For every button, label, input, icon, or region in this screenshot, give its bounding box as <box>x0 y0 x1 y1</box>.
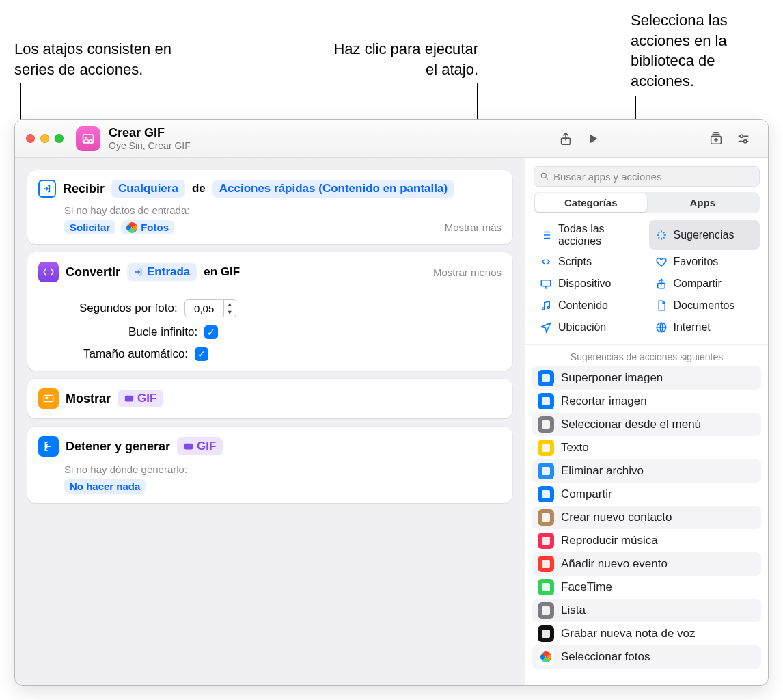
action-stop[interactable]: Detener y generar GIF Si no hay dónde ge… <box>27 427 512 503</box>
app-icon <box>542 490 550 498</box>
category-item[interactable]: Dispositivo <box>534 274 645 293</box>
library-toggle-button[interactable] <box>702 125 730 152</box>
svg-point-5 <box>744 139 747 142</box>
suggestion-item[interactable]: Texto <box>532 436 761 459</box>
app-icon <box>542 513 550 522</box>
autosize-checkbox[interactable]: ✓ <box>195 347 208 361</box>
category-item[interactable]: Documentos <box>649 296 760 315</box>
library-segmented-control[interactable]: Categorías Apps <box>534 192 760 213</box>
category-item[interactable]: Todas las acciones <box>534 220 645 250</box>
receive-any-pill[interactable]: Cualquiera <box>111 180 185 198</box>
category-item[interactable]: Ubicación <box>534 318 645 337</box>
share-button[interactable] <box>552 125 579 152</box>
convert-icon <box>38 262 59 282</box>
suggestions-header: Sugerencias de acciones siguientes <box>525 345 768 366</box>
show-less-button[interactable]: Mostrar menos <box>433 267 502 278</box>
action-header: Recibir Cualquiera de Acciones rápidas (… <box>38 180 502 198</box>
stepper-down[interactable]: ▼ <box>224 308 236 317</box>
suggestion-label: Seleccionar fotos <box>561 650 650 664</box>
suggestion-item[interactable]: Lista <box>532 599 761 622</box>
scripts-icon <box>539 255 553 269</box>
suggestion-label: Crear nuevo contacto <box>561 511 672 524</box>
workflow-canvas[interactable]: Recibir Cualquiera de Acciones rápidas (… <box>15 158 525 685</box>
photos-icon <box>126 222 137 233</box>
category-label: Ubicación <box>558 321 606 334</box>
action-verb: Mostrar <box>66 392 111 406</box>
svg-point-14 <box>547 307 549 309</box>
suggestion-item[interactable]: Superponer imagen <box>532 366 761 390</box>
suggestion-label: Añadir nuevo evento <box>561 557 668 571</box>
app-icon <box>542 444 550 452</box>
gif-pill[interactable]: GIF <box>118 390 163 407</box>
action-show[interactable]: Mostrar GIF <box>27 379 512 418</box>
suggestion-item[interactable]: Grabar nueva nota de voz <box>532 622 761 645</box>
close-window-button[interactable] <box>26 134 35 143</box>
category-label: Favoritos <box>674 256 719 268</box>
minimize-window-button[interactable] <box>40 134 49 143</box>
suggestion-item[interactable]: Recortar imagen <box>532 390 761 413</box>
seg-categories[interactable]: Categorías <box>535 193 647 212</box>
suggestions-list: Superponer imagenRecortar imagenSeleccio… <box>525 366 768 685</box>
category-item[interactable]: Favoritos <box>649 252 760 271</box>
action-convert[interactable]: Convertir Entrada en GIF Mostrar menos S… <box>27 252 512 371</box>
do-nothing-pill[interactable]: No hacer nada <box>64 479 146 494</box>
search-placeholder: Buscar apps y acciones <box>553 171 661 183</box>
receive-source-pill[interactable]: Acciones rápidas (Contenido en pantalla) <box>212 180 454 198</box>
input-icon <box>38 180 56 198</box>
seconds-input[interactable] <box>184 299 224 317</box>
run-button[interactable] <box>579 125 607 152</box>
app-icon <box>542 467 550 475</box>
seconds-stepper[interactable]: ▲▼ <box>184 299 236 317</box>
suggestion-icon <box>538 649 554 665</box>
shortcut-title: Crear GIF <box>109 126 191 140</box>
seg-apps[interactable]: Apps <box>647 193 759 212</box>
app-window: Crear GIF Oye Siri, Crear GIF <box>14 119 769 686</box>
category-grid: Todas las accionesSugerenciasScriptsFavo… <box>525 220 768 345</box>
callout-center: Haz clic para ejecutar el atajo. <box>328 39 478 79</box>
loop-label: Bucle infinito: <box>128 325 197 339</box>
suggestion-item[interactable]: Compartir <box>532 483 761 506</box>
suggestion-item[interactable]: FaceTime <box>532 576 761 599</box>
suggestion-item[interactable]: Seleccionar fotos <box>532 645 761 669</box>
suggestion-item[interactable]: Añadir nuevo evento <box>532 552 761 576</box>
show-icon <box>38 388 59 409</box>
app-icon <box>542 630 550 638</box>
suggestion-item[interactable]: Reproducir música <box>532 529 761 552</box>
photos-pill[interactable]: Fotos <box>121 220 174 234</box>
app-icon <box>542 397 550 405</box>
main-split: Recibir Cualquiera de Acciones rápidas (… <box>15 158 768 685</box>
category-item[interactable]: Sugerencias <box>649 220 760 250</box>
category-item[interactable]: Internet <box>649 318 760 337</box>
svg-point-10 <box>541 173 546 178</box>
ask-pill[interactable]: Solicitar <box>64 220 115 234</box>
loop-checkbox[interactable]: ✓ <box>204 325 218 339</box>
settings-button[interactable] <box>730 125 757 152</box>
app-icon <box>542 606 550 615</box>
suggestion-item[interactable]: Seleccionar desde el menú <box>532 413 761 436</box>
doc-icon <box>655 299 668 312</box>
svg-rect-9 <box>184 444 193 450</box>
convert-input-pill[interactable]: Entrada <box>127 263 197 281</box>
gif-pill-2[interactable]: GIF <box>177 438 223 455</box>
app-icon <box>542 583 550 591</box>
suggestion-icon <box>538 625 554 642</box>
stepper-up[interactable]: ▲ <box>224 300 236 308</box>
suggestion-item[interactable]: Crear nuevo contacto <box>532 506 761 529</box>
seconds-label: Segundos por foto: <box>79 301 178 315</box>
category-item[interactable]: Compartir <box>649 274 760 293</box>
svg-point-13 <box>542 308 545 310</box>
svg-rect-8 <box>125 396 133 402</box>
category-item[interactable]: Contenido <box>534 296 645 315</box>
svg-rect-7 <box>46 397 49 399</box>
suggestion-label: Recortar imagen <box>561 394 647 408</box>
suggestion-label: Reproducir música <box>561 534 658 548</box>
suggestion-item[interactable]: Eliminar archivo <box>532 459 761 483</box>
action-receive[interactable]: Recibir Cualquiera de Acciones rápidas (… <box>27 170 512 244</box>
callout-left: Los atajos consisten en series de accion… <box>14 39 192 79</box>
show-more-button[interactable]: Mostrar más <box>445 221 502 233</box>
suggestion-icon <box>538 370 554 386</box>
category-item[interactable]: Scripts <box>534 252 645 271</box>
heart-icon <box>655 255 668 269</box>
zoom-window-button[interactable] <box>55 134 64 143</box>
search-input[interactable]: Buscar apps y acciones <box>534 166 760 187</box>
